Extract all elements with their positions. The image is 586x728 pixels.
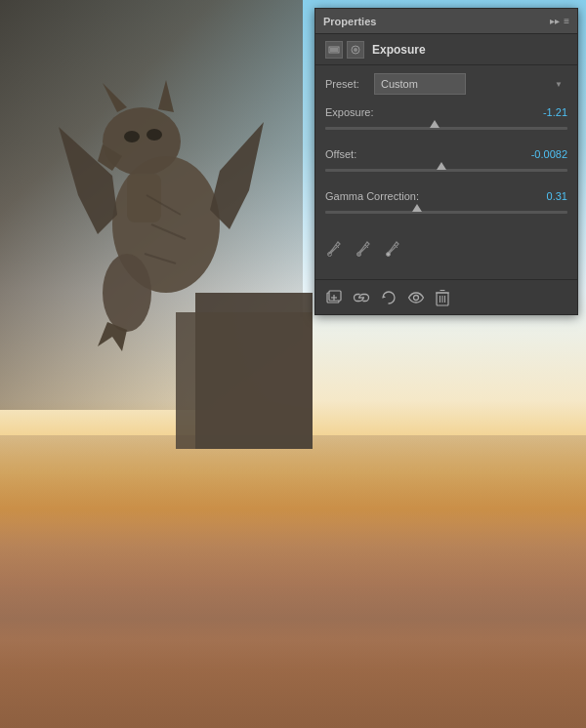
gamma-label: Gamma Correction: — [325, 190, 419, 202]
svg-rect-18 — [330, 48, 338, 52]
exposure-type-icons — [325, 41, 364, 59]
gamma-section: Gamma Correction: 0.31 — [325, 190, 567, 219]
preset-label: Preset: — [325, 78, 374, 90]
exposure-track — [325, 127, 567, 130]
panel-body: Preset: Custom Default Darker (-1.0) Lig… — [315, 65, 577, 279]
svg-point-11 — [103, 254, 151, 332]
svg-marker-5 — [103, 83, 127, 112]
gray-point-eyedropper[interactable] — [355, 240, 374, 260]
add-layer-icon[interactable] — [325, 289, 343, 306]
white-point-eyedropper[interactable] — [384, 240, 403, 260]
exposure-row: Exposure: -1.21 — [325, 106, 567, 118]
svg-rect-13 — [127, 174, 161, 222]
eyedropper-row — [325, 232, 567, 271]
preset-select-wrapper: Custom Default Darker (-1.0) Lighter (+1… — [374, 73, 567, 95]
preset-select[interactable]: Custom Default Darker (-1.0) Lighter (+1… — [374, 73, 466, 95]
svg-point-33 — [414, 295, 419, 300]
offset-thumb[interactable] — [437, 162, 446, 170]
adjustment-icon[interactable] — [325, 41, 343, 59]
black-point-eyedropper[interactable] — [325, 240, 345, 260]
gamma-track — [325, 211, 567, 214]
exposure-thumb[interactable] — [430, 120, 440, 128]
svg-rect-1 — [176, 312, 313, 449]
properties-panel: Properties ▸▸ ≡ Exposure — [314, 8, 578, 315]
svg-point-8 — [146, 129, 162, 141]
svg-marker-10 — [210, 122, 264, 229]
exposure-title: Exposure — [372, 43, 426, 57]
gamma-thumb[interactable] — [412, 204, 422, 212]
offset-section: Offset: -0.0082 — [325, 148, 567, 177]
exposure-section: Exposure: -1.21 — [325, 106, 567, 135]
gamma-row: Gamma Correction: 0.31 — [325, 190, 567, 202]
panel-footer — [315, 279, 577, 314]
gamma-value[interactable]: 0.31 — [519, 190, 567, 202]
panel-title: Properties — [323, 16, 376, 27]
svg-marker-32 — [383, 295, 386, 298]
exposure-header: Exposure — [315, 34, 577, 65]
offset-label: Offset: — [325, 148, 356, 160]
offset-slider-container[interactable] — [325, 163, 567, 177]
panel-menu-icon[interactable]: ≡ — [564, 16, 569, 26]
svg-point-25 — [387, 253, 391, 257]
panel-header: Properties ▸▸ ≡ — [315, 9, 577, 34]
offset-value[interactable]: -0.0082 — [519, 148, 567, 160]
panel-header-controls: ▸▸ ≡ — [550, 16, 569, 26]
city-overlay — [0, 435, 586, 728]
link-icon[interactable] — [353, 289, 370, 306]
svg-rect-28 — [329, 291, 341, 301]
svg-point-20 — [354, 48, 357, 52]
gamma-slider-container[interactable] — [325, 205, 567, 219]
svg-marker-6 — [158, 80, 174, 112]
exposure-value[interactable]: -1.21 — [519, 106, 567, 118]
exposure-label: Exposure: — [325, 106, 374, 118]
mask-icon[interactable] — [347, 41, 364, 59]
offset-track — [325, 169, 567, 172]
exposure-slider-container[interactable] — [325, 121, 567, 135]
preset-row: Preset: Custom Default Darker (-1.0) Lig… — [325, 73, 567, 95]
offset-row: Offset: -0.0082 — [325, 148, 567, 160]
visibility-icon[interactable] — [407, 289, 425, 306]
svg-point-23 — [357, 253, 361, 257]
reset-icon[interactable] — [380, 289, 398, 306]
delete-icon[interactable] — [435, 289, 450, 306]
panel-expand-icon[interactable]: ▸▸ — [550, 16, 560, 26]
svg-point-7 — [124, 131, 140, 142]
gargoyle-image — [0, 0, 313, 449]
